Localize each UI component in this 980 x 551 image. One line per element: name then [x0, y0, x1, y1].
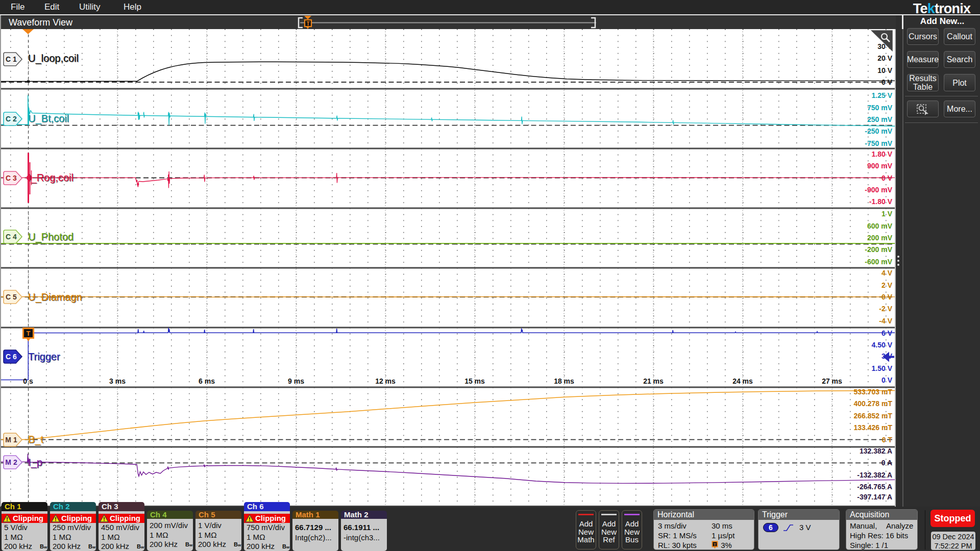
svg-text:C 5: C 5	[6, 293, 17, 301]
svg-text:C 3: C 3	[6, 174, 17, 182]
svg-text:C 4: C 4	[6, 233, 17, 241]
svg-text:T: T	[714, 542, 716, 547]
svg-text:M 1: M 1	[5, 436, 17, 444]
svg-text:C 2: C 2	[6, 115, 17, 123]
svg-text:C 1: C 1	[6, 55, 17, 63]
svg-text:T: T	[27, 330, 31, 337]
svg-text:C 6: C 6	[6, 353, 17, 361]
svg-text:M 2: M 2	[5, 458, 17, 466]
svg-text:T: T	[306, 21, 309, 27]
